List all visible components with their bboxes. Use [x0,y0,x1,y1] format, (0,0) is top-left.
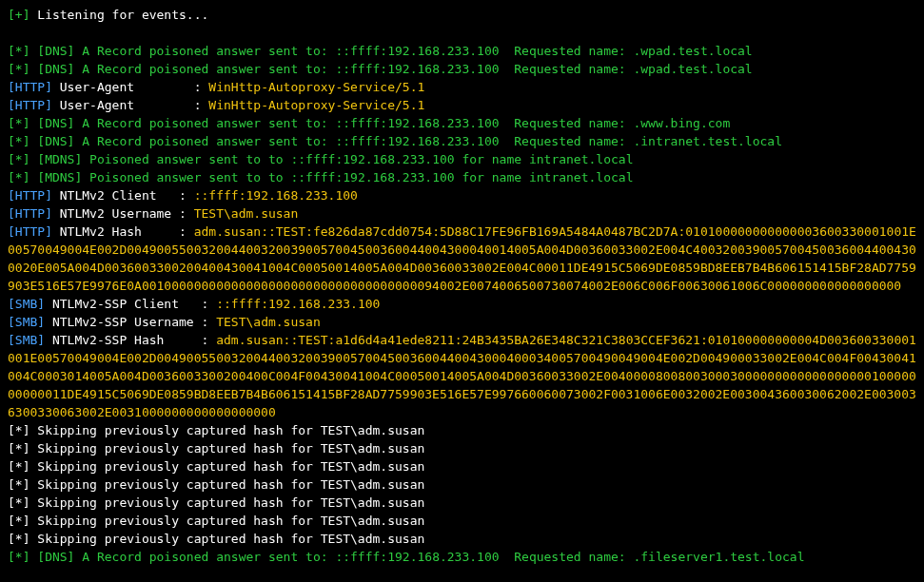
http-tag: [HTTP] [8,206,52,221]
smb-tag: [SMB] [8,297,45,311]
terminal-output: [+] Listening for events... [*] [DNS] A … [0,0,924,572]
mdns-line: [*] [MDNS] Poisoned answer sent to to ::… [8,152,633,166]
http-tag: [HTTP] [8,224,52,239]
skip-line: [*] Skipping previously captured hash fo… [8,459,424,474]
dns-line: [*] [DNS] A Record poisoned answer sent … [8,134,782,148]
dns-line: [*] [DNS] A Record poisoned answer sent … [8,62,753,76]
smb-tag: [SMB] [8,333,45,347]
skip-line: [*] Skipping previously captured hash fo… [8,495,424,510]
skip-line: [*] Skipping previously captured hash fo… [8,441,424,456]
mdns-line: [*] [MDNS] Poisoned answer sent to to ::… [8,170,633,184]
dns-line: [*] [DNS] A Record poisoned answer sent … [8,116,730,130]
http-tag: [HTTP] [8,98,52,112]
dns-line: [*] [DNS] A Record poisoned answer sent … [8,550,804,564]
ntlm-hash-label: NTLMv2 Hash : [60,224,187,239]
ssp-hash-label: NTLMv2-SSP Hash : [52,333,208,347]
ntlm-client-ip: ::ffff:192.168.233.100 [194,188,358,203]
ua-label: User-Agent : [60,98,202,112]
ntlm-user-value: TEST\adm.susan [194,206,299,221]
ntlm-user-label: NTLMv2 Username : [60,206,187,221]
smb-tag: [SMB] [8,315,45,329]
ssp-user-value: TEST\adm.susan [216,315,321,329]
skip-line: [*] Skipping previously captured hash fo… [8,423,424,437]
skip-line: [*] Skipping previously captured hash fo… [8,514,424,528]
status-prefix: [+] [8,8,29,22]
ua-value: WinHttp-Autoproxy-Service/5.1 [208,98,424,112]
ua-value: WinHttp-Autoproxy-Service/5.1 [208,80,424,94]
ssp-client-label: NTLMv2-SSP Client : [52,297,208,311]
skip-line: [*] Skipping previously captured hash fo… [8,477,424,492]
http-tag: [HTTP] [8,80,52,94]
ssp-client-ip: ::ffff:192.168.233.100 [216,297,380,311]
ssp-user-label: NTLMv2-SSP Username : [52,315,208,329]
http-tag: [HTTP] [8,188,52,203]
status-text: Listening for events... [37,8,208,22]
dns-line: [*] [DNS] A Record poisoned answer sent … [8,44,753,58]
ua-label: User-Agent : [60,80,202,94]
skip-line: [*] Skipping previously captured hash fo… [8,532,424,546]
ntlm-client-label: NTLMv2 Client : [60,188,187,203]
